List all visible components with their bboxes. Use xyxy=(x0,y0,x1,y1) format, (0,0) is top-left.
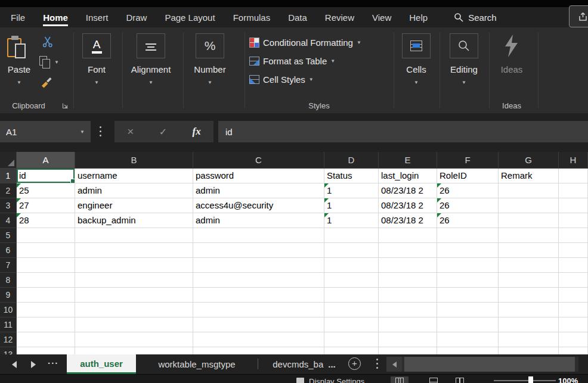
cell-B3[interactable]: engineer xyxy=(75,198,193,213)
cell-B12[interactable] xyxy=(75,332,193,347)
cell-F13[interactable] xyxy=(437,347,499,354)
conditional-formatting-button[interactable]: Conditional Formatting ▼ xyxy=(249,35,361,50)
cell-A11[interactable] xyxy=(17,317,75,332)
row-header-9[interactable]: 9 xyxy=(0,288,17,303)
menu-page-layout[interactable]: Page Layout xyxy=(165,9,215,26)
cell-B1[interactable]: username xyxy=(75,169,193,183)
col-header-A[interactable]: A xyxy=(17,152,75,169)
cell-G13[interactable] xyxy=(499,347,559,354)
cell-B6[interactable] xyxy=(75,243,193,258)
editing-dropdown-caret[interactable]: ▼ xyxy=(435,80,493,85)
cell-styles-button[interactable]: Cell Styles ▼ xyxy=(249,72,314,87)
menu-formulas[interactable]: Formulas xyxy=(233,9,271,26)
ideas-button[interactable] xyxy=(502,33,520,58)
cell-C6[interactable] xyxy=(193,243,324,258)
cell-E13[interactable] xyxy=(379,347,437,354)
col-header-G[interactable]: G xyxy=(499,152,559,169)
scrollbar-thumb[interactable] xyxy=(404,357,575,372)
cell-D12[interactable] xyxy=(324,332,379,347)
new-sheet-plus-icon[interactable]: + xyxy=(348,357,361,370)
cell-E1[interactable]: last_login xyxy=(379,169,437,183)
alignment-group-label[interactable]: Alignment xyxy=(119,64,182,74)
cell-C2[interactable]: admin xyxy=(193,183,324,198)
row-header-4[interactable]: 4 xyxy=(0,213,17,228)
cell-D3[interactable]: 1 xyxy=(324,198,379,213)
cell-E8[interactable] xyxy=(379,273,437,288)
menu-file[interactable]: File xyxy=(11,9,25,26)
cell-E11[interactable] xyxy=(379,317,437,332)
paste-dropdown-caret[interactable]: ▼ xyxy=(1,80,37,85)
editing-group-button[interactable] xyxy=(450,33,478,58)
cell-E5[interactable] xyxy=(379,228,437,243)
sheet-nav-left-icon[interactable] xyxy=(12,361,17,368)
cell-F3[interactable]: 26 xyxy=(437,198,499,213)
normal-view-button[interactable] xyxy=(391,376,408,383)
cell-A6[interactable] xyxy=(17,243,75,258)
zoom-slider[interactable] xyxy=(494,380,556,381)
copy-button[interactable]: ▼ xyxy=(39,56,59,69)
cell-H11[interactable] xyxy=(559,317,588,332)
menu-data[interactable]: Data xyxy=(288,9,307,26)
cell-F8[interactable] xyxy=(437,273,499,288)
cell-H1[interactable] xyxy=(559,169,588,183)
cell-A2[interactable]: 25 xyxy=(17,183,75,198)
cell-A10[interactable] xyxy=(17,303,75,317)
page-layout-view-button[interactable] xyxy=(425,376,442,383)
cell-H4[interactable] xyxy=(559,213,588,228)
cell-B4[interactable]: backup_admin xyxy=(75,213,193,228)
menu-home[interactable]: Home xyxy=(43,9,68,26)
cell-B5[interactable] xyxy=(75,228,193,243)
cell-E4[interactable]: 08/23/18 2 xyxy=(379,213,437,228)
menu-insert[interactable]: Insert xyxy=(86,9,109,26)
cell-A9[interactable] xyxy=(17,288,75,303)
formula-bar-drag-handle[interactable] xyxy=(100,126,101,139)
cell-A8[interactable] xyxy=(17,273,75,288)
cell-G11[interactable] xyxy=(499,317,559,332)
cell-G3[interactable] xyxy=(499,198,559,213)
cut-button[interactable] xyxy=(42,36,54,48)
cell-H3[interactable] xyxy=(559,198,588,213)
cell-G8[interactable] xyxy=(499,273,559,288)
cell-H13[interactable] xyxy=(559,347,588,354)
cell-D2[interactable]: 1 xyxy=(324,183,379,198)
cell-F2[interactable]: 26 xyxy=(437,183,499,198)
cell-G6[interactable] xyxy=(499,243,559,258)
cell-D4[interactable]: 1 xyxy=(324,213,379,228)
cell-D11[interactable] xyxy=(324,317,379,332)
sheet-list-ellipsis[interactable]: ... xyxy=(48,356,59,366)
select-all-button[interactable] xyxy=(0,152,17,169)
row-header-10[interactable]: 10 xyxy=(0,303,17,317)
cell-H10[interactable] xyxy=(559,303,588,317)
col-header-H[interactable]: H xyxy=(559,152,588,169)
enter-check-icon[interactable]: ✓ xyxy=(159,126,167,138)
cell-F4[interactable]: 26 xyxy=(437,213,499,228)
cell-F6[interactable] xyxy=(437,243,499,258)
name-box-caret-icon[interactable]: ▼ xyxy=(80,129,85,135)
cell-E9[interactable] xyxy=(379,288,437,303)
cell-B2[interactable]: admin xyxy=(75,183,193,198)
cells-group-button[interactable] xyxy=(402,33,431,58)
number-group-button[interactable]: % xyxy=(196,33,224,58)
alignment-dropdown-caret[interactable]: ▼ xyxy=(119,80,182,85)
cell-A12[interactable] xyxy=(17,332,75,347)
cell-G1[interactable]: Remark xyxy=(499,169,559,183)
col-header-D[interactable]: D xyxy=(324,152,379,169)
cell-C8[interactable] xyxy=(193,273,324,288)
row-header-12[interactable]: 12 xyxy=(0,332,17,347)
cell-F9[interactable] xyxy=(437,288,499,303)
sheet-tab-worktable-msgtype[interactable]: worktable_msgtype xyxy=(136,354,258,374)
font-dropdown-caret[interactable]: ▼ xyxy=(78,80,116,85)
row-header-2[interactable]: 2 xyxy=(0,183,17,198)
cell-E7[interactable] xyxy=(379,258,437,273)
cell-B13[interactable] xyxy=(75,347,193,354)
cell-C4[interactable]: admin xyxy=(193,213,324,228)
cancel-icon[interactable]: × xyxy=(127,125,134,138)
row-header-11[interactable]: 11 xyxy=(0,317,17,332)
format-as-table-button[interactable]: Format as Table ▼ xyxy=(249,54,335,68)
horizontal-scrollbar[interactable] xyxy=(386,357,578,372)
sheet-tab-devcmds[interactable]: devcmds_ba ... xyxy=(262,354,346,374)
display-settings-button[interactable]: Display Settings xyxy=(309,377,364,383)
cell-C9[interactable] xyxy=(193,288,324,303)
font-group-button[interactable]: A xyxy=(82,33,111,58)
clipboard-dialog-launcher-icon[interactable] xyxy=(62,102,69,109)
